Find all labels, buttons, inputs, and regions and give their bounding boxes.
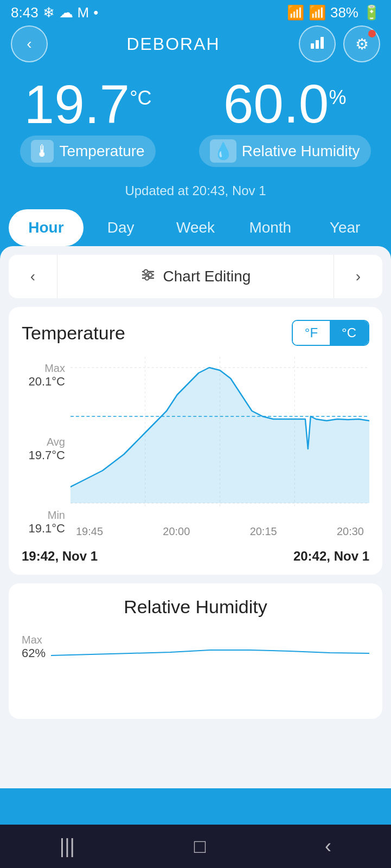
tab-hour[interactable]: Hour — [9, 209, 84, 246]
chart-prev-button[interactable]: ‹ — [9, 255, 57, 298]
svg-point-8 — [145, 276, 149, 280]
tab-day[interactable]: Day — [84, 209, 158, 246]
temperature-chart-card: Temperature °F °C Max 20.1°C Avg 19.7°C … — [9, 307, 382, 575]
humidity-chart-title: Relative Humidity — [22, 596, 369, 618]
battery-text: 38% — [330, 4, 358, 21]
dot-icon: • — [93, 4, 98, 21]
temperature-unit: °C — [130, 87, 151, 109]
chart-date-range: 19:42, Nov 1 20:42, Nov 1 — [22, 549, 369, 564]
battery-icon: 🔋 — [363, 4, 380, 21]
date-end: 20:42, Nov 1 — [293, 549, 369, 564]
temp-chart-title: Temperature — [22, 323, 125, 344]
wifi-icon: 📶 — [287, 4, 304, 21]
chart-svg — [70, 357, 369, 519]
signal-icon: 📶 — [309, 4, 326, 21]
chart-button[interactable] — [299, 25, 336, 62]
x-label-2: 20:15 — [250, 525, 277, 538]
x-label-1: 20:00 — [163, 525, 190, 538]
back-icon: ‹ — [27, 35, 31, 53]
chevron-right-icon: › — [356, 268, 361, 285]
humidity-max-label: Max 62% — [22, 634, 46, 660]
chart-edit-text: Chart Editing — [163, 268, 251, 285]
chart-edit-bar: ‹ Chart Editing › — [9, 255, 382, 298]
sliders-icon — [140, 267, 156, 286]
x-label-3: 20:30 — [337, 525, 364, 538]
status-bar: 8:43 ❄ ☁ M • 📶 📶 38% 🔋 — [0, 0, 391, 25]
updated-text: Updated at 20:43, Nov 1 — [0, 178, 391, 209]
temperature-label: 🌡 Temperature — [20, 136, 155, 167]
svg-rect-0 — [311, 43, 314, 49]
tab-year[interactable]: Year — [307, 209, 382, 246]
nav-bar: ||| □ ‹ — [0, 825, 391, 868]
chart-y-labels: Max 20.1°C Avg 19.7°C Min 19.1°C — [22, 357, 70, 541]
back-button[interactable]: ‹ — [11, 25, 48, 62]
date-start: 19:42, Nov 1 — [22, 549, 98, 564]
humidity-value: 60.0% — [199, 76, 371, 131]
settings-icon: ⚙ — [355, 35, 369, 53]
thermometer-icon: 🌡 — [31, 140, 54, 163]
wind-icon: ❄ — [43, 4, 55, 21]
tab-week[interactable]: Week — [158, 209, 233, 246]
svg-point-7 — [148, 273, 152, 277]
x-label-0: 19:45 — [76, 525, 103, 538]
page-title: DEBORAH — [126, 34, 220, 54]
header: ‹ DEBORAH ⚙ — [0, 25, 391, 71]
chart-x-labels: 19:45 20:00 20:15 20:30 — [70, 522, 369, 541]
mail-icon: M — [78, 4, 89, 21]
chevron-left-icon: ‹ — [30, 268, 35, 285]
max-label: Max 20.1°C — [22, 362, 70, 389]
min-label: Min 19.1°C — [22, 509, 70, 536]
svg-rect-2 — [321, 37, 324, 49]
temperature-chart-area: Max 20.1°C Avg 19.7°C Min 19.1°C — [22, 357, 369, 541]
cloud-icon: ☁ — [59, 4, 73, 21]
status-time: 8:43 — [11, 4, 39, 21]
humidity-chart-card: Relative Humidity Max 62% — [9, 583, 382, 719]
humidity-unit: % — [329, 86, 346, 108]
settings-button[interactable]: ⚙ — [343, 25, 380, 62]
svg-rect-1 — [316, 40, 319, 49]
status-left: 8:43 ❄ ☁ M • — [11, 4, 98, 21]
readings-section: 19.7°C 🌡 Temperature 60.0% 💧 Relative Hu… — [0, 71, 391, 178]
nav-home-icon[interactable]: □ — [194, 835, 206, 858]
chart-icon — [309, 34, 326, 55]
humidity-label: 💧 Relative Humidity — [199, 135, 371, 167]
unit-fahrenheit-button[interactable]: °F — [293, 321, 330, 345]
svg-point-6 — [144, 269, 148, 273]
unit-toggle[interactable]: °F °C — [292, 320, 369, 346]
droplet-icon: 💧 — [210, 139, 236, 163]
time-tabs: Hour Day Week Month Year — [0, 209, 391, 246]
chart-edit-label[interactable]: Chart Editing — [57, 267, 334, 286]
chart-next-button[interactable]: › — [334, 255, 382, 298]
chart-header: Temperature °F °C — [22, 320, 369, 346]
temperature-value: 19.7°C — [20, 77, 155, 131]
content-area: ‹ Chart Editing › Temperature — [0, 246, 391, 788]
humidity-reading: 60.0% 💧 Relative Humidity — [199, 76, 371, 167]
unit-celsius-button[interactable]: °C — [330, 321, 368, 345]
nav-back-icon[interactable]: ‹ — [325, 835, 331, 858]
avg-label: Avg 19.7°C — [22, 436, 70, 462]
notification-badge — [368, 30, 376, 37]
temperature-reading: 19.7°C 🌡 Temperature — [20, 77, 155, 167]
status-right: 📶 📶 38% 🔋 — [287, 4, 380, 21]
nav-menu-icon[interactable]: ||| — [60, 835, 75, 858]
tab-month[interactable]: Month — [233, 209, 307, 246]
